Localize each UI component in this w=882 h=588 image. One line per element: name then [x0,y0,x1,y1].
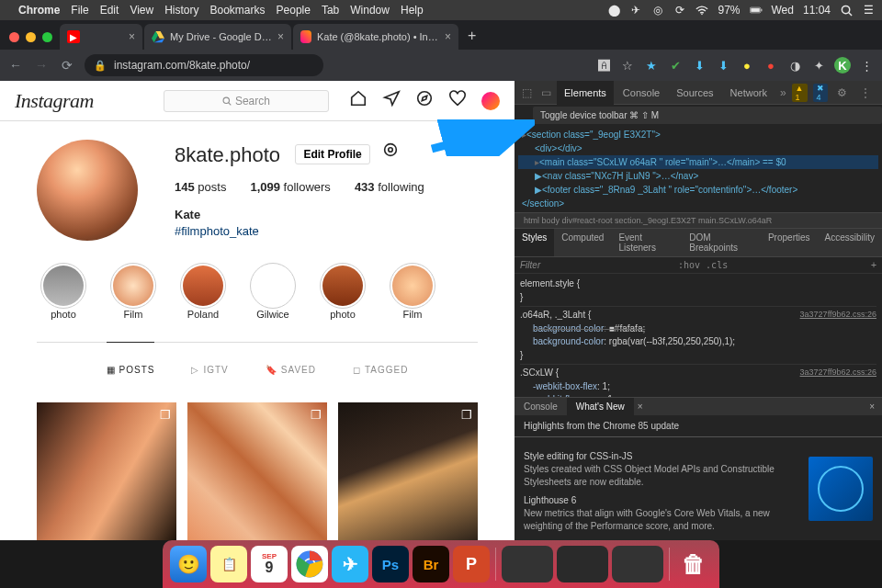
menu-view[interactable]: View [130,4,153,17]
extensions-puzzle-icon[interactable]: ✦ [810,57,827,74]
post-thumbnail[interactable]: ❐ [37,402,176,540]
devtools-tab-network[interactable]: Network [723,81,775,105]
chrome-menu-icon[interactable]: ⋮ [858,57,875,74]
ig-search-input[interactable]: Search [164,90,329,112]
address-bar[interactable]: 🔒 instagram.com/8kate.photo/ [85,54,323,76]
dock-minimized-window[interactable] [612,546,663,582]
profile-avatar[interactable] [37,140,138,241]
control-center-icon[interactable]: ☰ [862,4,875,17]
news-item-title[interactable]: Lighthouse 6 [524,494,799,507]
menu-history[interactable]: History [164,4,198,17]
styles-tab-computed[interactable]: Computed [554,229,611,256]
profile-hashtag[interactable]: #filmphoto_kate [175,223,424,240]
highlight-item[interactable]: Film [390,263,435,320]
tab-posts[interactable]: ▦ POSTS [107,342,155,397]
dock-powerpoint[interactable]: P [453,546,490,582]
warning-badge[interactable]: ▲ 1 [792,84,808,102]
tab-close-icon[interactable]: × [445,30,451,43]
extension-downloader-icon[interactable]: ⬇ [715,57,731,74]
dock-calendar[interactable]: SEP9 [251,546,288,582]
extension-bulb-icon[interactable]: ● [739,57,755,74]
window-close-button[interactable] [9,32,19,42]
dock-trash[interactable]: 🗑 [675,546,712,582]
window-zoom-button[interactable] [42,32,52,42]
menubar-appname[interactable]: Chrome [18,4,60,17]
devtools-tab-sources[interactable]: Sources [669,81,720,105]
inspect-element-icon[interactable]: ⬚ [518,86,536,99]
sync-status-icon[interactable]: ◎ [651,4,664,17]
extension-adblock-icon[interactable]: ● [763,57,779,74]
extension-shield-icon[interactable]: ✔ [667,57,684,74]
tab-igtv[interactable]: ▷ IGTV [191,343,228,397]
profile-badge[interactable]: K [834,57,851,74]
highlight-item[interactable]: Gilwice [250,263,296,320]
explore-icon[interactable] [415,89,434,112]
translate-icon[interactable]: 🅰 [595,57,612,74]
battery-icon[interactable] [750,4,763,17]
stat-posts[interactable]: 145 posts [175,180,226,194]
drawer-tab-whatsnew[interactable]: What's New [567,398,634,415]
window-minimize-button[interactable] [26,32,36,42]
tab-youtube[interactable]: ▶ × [60,24,142,50]
dock-minimized-window[interactable] [502,546,553,582]
styles-tab-dom[interactable]: DOM Breakpoints [682,229,761,256]
extension-download-icon[interactable]: ⬇ [691,57,707,74]
tab-tagged[interactable]: ◻ TAGGED [353,343,408,397]
menu-edit[interactable]: Edit [100,4,119,17]
menu-people[interactable]: People [277,4,311,17]
menu-tab[interactable]: Tab [322,4,339,17]
device-toolbar-icon[interactable]: ▭ [537,86,555,99]
home-icon[interactable] [349,89,368,112]
tab-google-drive[interactable]: My Drive - Google Drive × [144,24,291,50]
edit-profile-button[interactable]: Edit Profile [295,144,369,164]
highlight-item[interactable]: Film [110,263,156,320]
styles-filter[interactable]: Filter:hov .cls + [514,257,882,274]
menu-bookmarks[interactable]: Bookmarks [210,4,266,17]
tab-instagram[interactable]: Kate (@8kate.photo) • Instagr… × [293,24,458,50]
news-item-title[interactable]: Style editing for CSS-in-JS [524,450,799,463]
menu-file[interactable]: File [71,4,88,17]
stat-following[interactable]: 433 following [355,180,424,194]
dock-telegram[interactable]: ✈ [332,546,368,582]
forward-button[interactable]: → [33,58,50,73]
activity-heart-icon[interactable] [448,89,467,112]
dock-photoshop[interactable]: Ps [372,546,409,582]
stat-followers[interactable]: 1,099 followers [250,180,330,194]
extension-generic-icon[interactable]: ◑ [786,57,803,74]
tab-close-icon[interactable]: × [277,30,284,43]
devtools-settings-icon[interactable]: ⚙ [833,86,851,99]
spotlight-icon[interactable] [840,4,853,17]
drawer-tab-console[interactable]: Console [514,398,567,415]
profile-avatar-icon[interactable] [481,92,500,110]
more-tabs-icon[interactable]: » [776,86,790,99]
ig-logo[interactable]: Instagram [15,89,94,113]
tab-saved[interactable]: 🔖 SAVED [266,343,316,397]
devtools-tab-elements[interactable]: Elements [557,81,614,105]
devtools-tab-console[interactable]: Console [616,81,667,105]
dock-finder[interactable]: 🙂 [170,546,207,582]
styles-tab-styles[interactable]: Styles [514,229,554,256]
dock-stickies[interactable]: 📋 [210,546,247,582]
devtools-menu-icon[interactable]: ⋮ [856,86,875,99]
new-tab-button[interactable]: + [460,28,483,50]
telegram-status-icon[interactable]: ✈ [629,4,642,17]
post-thumbnail[interactable]: ❐ [338,402,478,540]
styles-tab-props[interactable]: Properties [761,229,818,256]
style-rules[interactable]: element.style {} .o64aR, ._3Laht {3a3727… [514,274,882,397]
menu-window[interactable]: Window [350,4,390,17]
drawer-close-icon[interactable]: × [862,398,882,415]
tab-close-icon[interactable]: × [129,30,135,43]
highlight-item[interactable]: Poland [180,263,226,320]
styles-tab-acc[interactable]: Accessibility [818,229,882,256]
error-badge[interactable]: ✖ 4 [813,84,828,102]
dom-tree[interactable]: ▸<section class="_9eogI E3X2T"> <div></d… [514,126,882,212]
settings-gear-icon[interactable] [381,141,400,164]
bluetooth-icon[interactable]: ⬤ [607,4,620,17]
post-thumbnail[interactable]: ❐ [187,402,327,540]
menu-help[interactable]: Help [401,4,424,17]
messages-icon[interactable] [382,89,401,112]
bookmark-star-filled-icon[interactable]: ★ [643,57,660,74]
dock-bridge[interactable]: Br [413,546,449,582]
drawer-tab-close-icon[interactable]: × [634,398,647,415]
dock-chrome[interactable] [291,546,328,582]
